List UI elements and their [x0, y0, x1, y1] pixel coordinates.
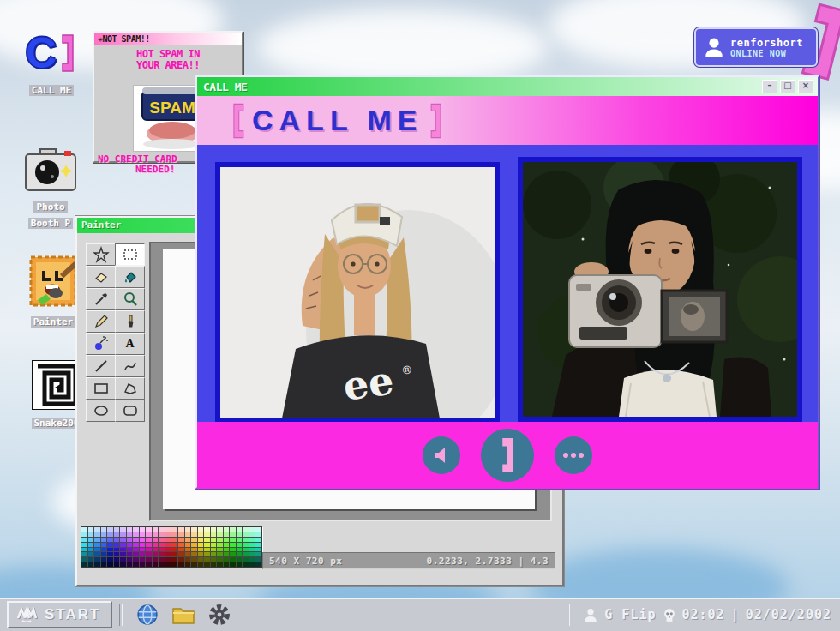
palette-swatch[interactable] — [198, 538, 204, 542]
tool-free-select-button[interactable] — [86, 243, 116, 266]
palette-swatch[interactable] — [159, 527, 165, 532]
palette-swatch[interactable] — [198, 532, 204, 537]
palette-swatch[interactable] — [101, 527, 107, 532]
palette-swatch[interactable] — [146, 538, 152, 542]
palette-swatch[interactable] — [114, 538, 120, 542]
palette-swatch[interactable] — [230, 552, 236, 556]
palette-swatch[interactable] — [204, 532, 210, 537]
palette-swatch[interactable] — [94, 532, 100, 537]
palette-swatch[interactable] — [255, 557, 261, 562]
palette-swatch[interactable] — [171, 543, 177, 547]
palette-swatch[interactable] — [159, 562, 165, 567]
palette-swatch[interactable] — [198, 562, 204, 567]
palette-swatch[interactable] — [127, 548, 133, 552]
palette-swatch[interactable] — [255, 543, 261, 547]
palette-swatch[interactable] — [224, 538, 230, 542]
palette-swatch[interactable] — [88, 527, 94, 532]
palette-swatch[interactable] — [171, 562, 177, 567]
palette-swatch[interactable] — [204, 557, 210, 562]
palette-swatch[interactable] — [140, 557, 146, 562]
tool-text-button[interactable]: A — [115, 333, 145, 355]
palette-swatch[interactable] — [198, 543, 204, 547]
palette-swatch[interactable] — [133, 557, 139, 562]
palette-swatch[interactable] — [198, 548, 204, 552]
palette-swatch[interactable] — [165, 552, 171, 556]
palette-swatch[interactable] — [191, 527, 197, 532]
palette-swatch[interactable] — [153, 532, 159, 537]
palette-swatch[interactable] — [237, 543, 243, 547]
palette-swatch[interactable] — [120, 552, 126, 556]
palette-swatch[interactable] — [114, 543, 120, 547]
palette-swatch[interactable] — [153, 543, 159, 547]
palette-swatch[interactable] — [88, 557, 94, 562]
palette-swatch[interactable] — [146, 562, 152, 567]
palette-swatch[interactable] — [171, 532, 177, 537]
palette-swatch[interactable] — [101, 543, 107, 547]
palette-swatch[interactable] — [185, 548, 191, 552]
palette-swatch[interactable] — [127, 532, 133, 537]
palette-swatch[interactable] — [133, 543, 139, 547]
palette-swatch[interactable] — [114, 532, 120, 537]
palette-swatch[interactable] — [81, 548, 87, 552]
palette-swatch[interactable] — [88, 532, 94, 537]
palette-swatch[interactable] — [204, 552, 210, 556]
palette-swatch[interactable] — [88, 562, 94, 567]
palette-swatch[interactable] — [185, 538, 191, 542]
palette-swatch[interactable] — [107, 557, 113, 562]
palette-swatch[interactable] — [114, 557, 120, 562]
palette-swatch[interactable] — [255, 527, 261, 532]
palette-swatch[interactable] — [243, 543, 249, 547]
palette-swatch[interactable] — [185, 552, 191, 556]
palette-swatch[interactable] — [127, 562, 133, 567]
palette-swatch[interactable] — [185, 543, 191, 547]
palette-swatch[interactable] — [140, 543, 146, 547]
palette-swatch[interactable] — [249, 527, 255, 532]
palette-swatch[interactable] — [255, 562, 261, 567]
palette-swatch[interactable] — [217, 532, 223, 537]
palette-swatch[interactable] — [153, 557, 159, 562]
palette-swatch[interactable] — [140, 562, 146, 567]
palette-swatch[interactable] — [133, 527, 139, 532]
tool-pencil-button[interactable] — [86, 310, 116, 333]
palette-swatch[interactable] — [107, 548, 113, 552]
palette-swatch[interactable] — [185, 532, 191, 537]
palette-swatch[interactable] — [146, 552, 152, 556]
palette-swatch[interactable] — [191, 532, 197, 537]
tool-select-button[interactable] — [115, 243, 145, 266]
palette-swatch[interactable] — [217, 527, 223, 532]
tool-ellipse-button[interactable] — [86, 400, 116, 422]
palette-swatch[interactable] — [94, 527, 100, 532]
taskbar-tray[interactable]: G FLip 02:02 | 02/02/2002 — [560, 604, 840, 626]
palette-swatch[interactable] — [237, 548, 243, 552]
palette-swatch[interactable] — [133, 548, 139, 552]
palette-swatch[interactable] — [224, 527, 230, 532]
palette-swatch[interactable] — [224, 548, 230, 552]
palette-swatch[interactable] — [224, 557, 230, 562]
taskbar-globe-icon[interactable] — [135, 602, 160, 628]
palette-swatch[interactable] — [153, 538, 159, 542]
palette-swatch[interactable] — [237, 532, 243, 537]
palette-swatch[interactable] — [153, 562, 159, 567]
palette-swatch[interactable] — [120, 527, 126, 532]
palette-swatch[interactable] — [165, 527, 171, 532]
palette-swatch[interactable] — [171, 548, 177, 552]
palette-swatch[interactable] — [237, 527, 243, 532]
palette-swatch[interactable] — [153, 552, 159, 556]
palette-swatch[interactable] — [255, 552, 261, 556]
palette-swatch[interactable] — [107, 538, 113, 542]
palette-swatch[interactable] — [140, 532, 146, 537]
palette-swatch[interactable] — [211, 548, 217, 552]
palette-swatch[interactable] — [133, 532, 139, 537]
palette-swatch[interactable] — [237, 552, 243, 556]
palette-swatch[interactable] — [101, 548, 107, 552]
palette-swatch[interactable] — [178, 532, 184, 537]
palette-swatch[interactable] — [101, 562, 107, 567]
palette-swatch[interactable] — [185, 557, 191, 562]
palette-swatch[interactable] — [127, 552, 133, 556]
palette-swatch[interactable] — [159, 532, 165, 537]
taskbar-folder-icon[interactable] — [171, 602, 196, 628]
palette-swatch[interactable] — [107, 543, 113, 547]
palette-swatch[interactable] — [120, 557, 126, 562]
palette-swatch[interactable] — [159, 557, 165, 562]
palette-swatch[interactable] — [107, 562, 113, 567]
